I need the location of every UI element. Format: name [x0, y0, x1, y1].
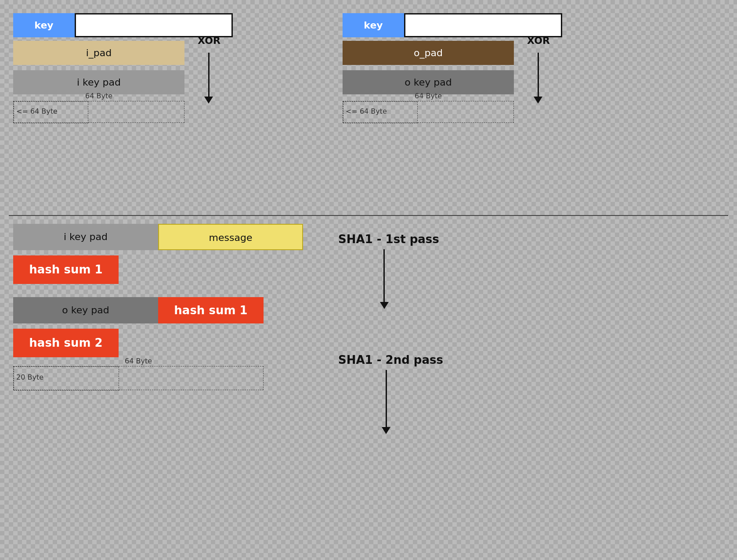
hash-sum-1-inline-block: hash sum 1 — [158, 297, 264, 323]
left-dim-inner: <= 64 Byte — [14, 101, 88, 123]
left-dim-inner-label: <= 64 Byte — [16, 107, 58, 115]
bottom-dim-inner-label: 20 Byte — [16, 373, 43, 381]
bottom-okey-pad: o key pad — [13, 297, 158, 323]
sha1-first-arrow-head — [380, 302, 389, 309]
sha1-second-arrow-head — [382, 427, 390, 434]
right-dim-container: 64 Byte <= 64 Byte — [343, 101, 562, 123]
sha1-second-pass-section: SHA1 - 2nd pass — [329, 353, 443, 434]
sha1-first-arrow: SHA1 - 1st pass — [329, 233, 439, 309]
right-column: key o_pad o key pad 64 Byte <= 64 Byte — [343, 13, 562, 123]
bottom-ikey-pad: i key pad — [13, 224, 158, 250]
sha1-second-label: SHA1 - 2nd pass — [338, 353, 443, 366]
right-arrow-down — [534, 53, 542, 104]
right-key-empty — [404, 13, 562, 37]
left-arrow-down — [204, 53, 213, 104]
right-arrow-head — [534, 97, 542, 104]
opad-block: o_pad — [343, 41, 514, 65]
left-xor-label: XOR — [198, 35, 220, 46]
left-column: key i_pad i key pad 64 Byte <= 64 Byte — [13, 13, 233, 123]
left-ikeypad-section: i key pad 64 Byte <= 64 Byte — [13, 70, 233, 123]
bottom-dim-outer: 64 Byte 20 Byte — [13, 366, 264, 390]
hash-sum-1-block: hash sum 1 — [13, 255, 119, 284]
left-arrow-head — [204, 97, 213, 104]
right-key-block: key — [343, 13, 404, 37]
left-dim-outer: 64 Byte <= 64 Byte — [13, 101, 184, 123]
bottom-dim-container: 64 Byte 20 Byte — [13, 366, 584, 390]
right-dim-outer-label: 64 Byte — [415, 92, 442, 100]
right-dim-inner-label: <= 64 Byte — [346, 107, 387, 115]
sha1-first-pass-section: SHA1 - 1st pass — [329, 233, 439, 309]
bottom-dim-inner: 20 Byte — [14, 366, 119, 391]
left-key-row: key — [13, 13, 233, 37]
left-key-block: key — [13, 13, 75, 37]
right-xor-label: XOR — [527, 35, 550, 46]
section-divider — [9, 215, 728, 216]
sha1-first-arrow-line — [383, 249, 385, 302]
second-pass-row: o key pad hash sum 1 — [13, 297, 584, 323]
right-arrow-line — [538, 53, 539, 97]
bottom-dim-outer-label: 64 Byte — [125, 357, 152, 365]
right-dim-outer: 64 Byte <= 64 Byte — [343, 101, 514, 123]
left-arrow-line — [208, 53, 210, 97]
right-key-row: key — [343, 13, 562, 37]
ipad-block: i_pad — [13, 41, 184, 65]
left-dim-outer-label: 64 Byte — [85, 92, 112, 100]
left-key-empty — [75, 13, 233, 37]
sha1-first-label: SHA1 - 1st pass — [338, 233, 439, 246]
left-dim-container: 64 Byte <= 64 Byte — [13, 101, 233, 123]
right-dim-inner: <= 64 Byte — [343, 101, 418, 123]
message-block: message — [158, 224, 303, 250]
first-pass-row: i key pad message — [13, 224, 584, 250]
ikey-pad-block: i key pad — [13, 70, 184, 94]
okey-pad-block: o key pad — [343, 70, 514, 94]
right-okeypad-section: o key pad 64 Byte <= 64 Byte — [343, 70, 562, 123]
hash-sum-2-block: hash sum 2 — [13, 329, 119, 357]
bottom-section: i key pad message hash sum 1 SHA1 - 1st … — [13, 224, 584, 390]
